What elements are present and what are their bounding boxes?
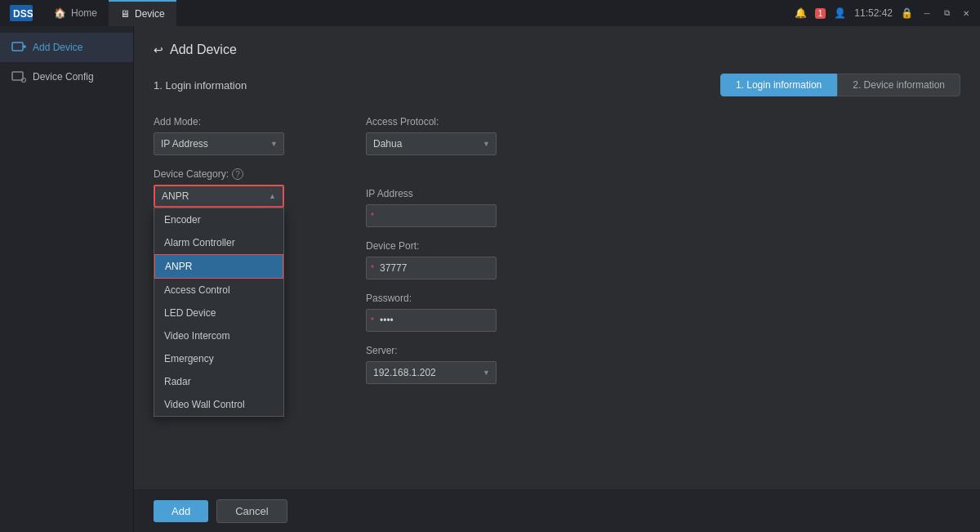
password-input[interactable]: [366, 309, 497, 332]
dropdown-item-emergency[interactable]: Emergency: [154, 347, 283, 370]
access-protocol-select-wrap: Dahua ONVIF RTSP: [366, 132, 497, 155]
sidebar-item-device-config[interactable]: Device Config: [0, 62, 133, 92]
add-mode-label: Add Mode:: [154, 116, 317, 127]
add-device-label: Add Device: [33, 42, 82, 53]
form-col-left: Add Mode: IP Address Auto Search Manual …: [154, 116, 317, 397]
server-label: Server:: [366, 345, 529, 356]
add-mode-select-wrap: IP Address Auto Search Manual: [154, 132, 284, 155]
ip-address-input-wrap: *: [366, 204, 529, 227]
dropdown-item-anpr[interactable]: ANPR: [154, 254, 283, 279]
titlebar-right: 🔔 1 👤 11:52:42 🔒 ─ ⧉ ✕: [795, 7, 980, 19]
section-title: 1. Login information: [154, 79, 247, 92]
minimize-button[interactable]: ─: [921, 7, 933, 19]
device-port-input[interactable]: [366, 257, 497, 279]
ip-address-input[interactable]: [366, 204, 497, 227]
svg-text:DSS: DSS: [13, 8, 33, 20]
nav-tab-home[interactable]: 🏠 Home: [42, 0, 109, 26]
step-tab-login[interactable]: 1. Login information: [720, 74, 837, 96]
speaker-icon: 🔔: [795, 7, 807, 19]
dropdown-item-led-device[interactable]: LED Device: [154, 302, 283, 324]
back-arrow-icon: ↩: [154, 43, 163, 56]
page-title: Add Device: [170, 42, 237, 57]
notification-badge: 1: [815, 8, 826, 19]
titlebar: DSS 🏠 Home 🖥 Device 🔔 1 👤 11:52:42 🔒 ─ ⧉…: [0, 0, 980, 26]
dropdown-item-alarm-controller[interactable]: Alarm Controller: [154, 231, 283, 254]
sidebar: Add Device Device Config: [0, 26, 134, 532]
server-group: Server: 192.168.1.202: [366, 345, 529, 384]
device-port-label: Device Port:: [366, 240, 529, 252]
add-device-icon: [11, 40, 26, 55]
step-bar: 1. Login information 1. Login informatio…: [154, 74, 960, 96]
step-tab-device-info[interactable]: 2. Device information: [837, 74, 960, 96]
ip-address-group: IP Address *: [366, 188, 529, 227]
device-category-select-box[interactable]: ANPR: [154, 185, 284, 208]
titlebar-left: DSS 🏠 Home 🖥 Device: [0, 0, 176, 26]
form-footer: Add Cancel: [134, 490, 980, 532]
port-required-marker: *: [371, 264, 374, 273]
device-tab-label: Device: [135, 8, 165, 20]
password-input-wrap: *: [366, 309, 529, 332]
step-tab-device-info-label: 2. Device information: [853, 79, 945, 91]
access-protocol-label: Access Protocol:: [366, 116, 529, 127]
home-tab-label: Home: [71, 7, 97, 19]
svg-rect-2: [12, 42, 23, 51]
content-area: ↩ Add Device 1. Login information 1. Log…: [134, 26, 980, 532]
add-button[interactable]: Add: [154, 500, 208, 522]
dropdown-item-access-control[interactable]: Access Control: [154, 279, 283, 302]
lock-icon: 🔒: [901, 7, 913, 19]
device-port-group: Device Port: *: [366, 240, 529, 279]
time-display: 11:52:42: [854, 7, 893, 19]
device-category-label: Device Category: ?: [154, 168, 317, 180]
device-config-label: Device Config: [33, 71, 94, 83]
server-select[interactable]: 192.168.1.202: [366, 361, 497, 384]
home-icon: 🏠: [54, 7, 66, 19]
nav-tab-device[interactable]: 🖥 Device: [109, 0, 176, 26]
ip-required-marker: *: [371, 212, 374, 221]
sidebar-item-add-device[interactable]: Add Device: [0, 33, 133, 62]
dropdown-item-video-intercom[interactable]: Video Intercom: [154, 324, 283, 347]
close-button[interactable]: ✕: [960, 7, 972, 19]
device-category-dropdown: Encoder Alarm Controller ANPR Access Con…: [154, 208, 284, 417]
dropdown-item-radar[interactable]: Radar: [154, 370, 283, 393]
password-label: Password:: [366, 293, 529, 304]
device-category-wrap: ANPR Encoder Alarm Controller ANPR: [154, 185, 317, 208]
device-icon: 🖥: [120, 8, 130, 20]
add-mode-select[interactable]: IP Address Auto Search Manual: [154, 132, 284, 155]
dropdown-item-video-wall[interactable]: Video Wall Control: [154, 393, 283, 416]
step-tab-login-label: 1. Login information: [736, 79, 822, 91]
device-port-input-wrap: *: [366, 257, 529, 279]
password-group: Password: *: [366, 293, 529, 332]
ip-address-label: IP Address: [366, 188, 529, 199]
access-protocol-select[interactable]: Dahua ONVIF RTSP: [366, 132, 497, 155]
device-config-icon: [11, 69, 26, 84]
restore-button[interactable]: ⧉: [941, 7, 952, 19]
form-section: Add Mode: IP Address Auto Search Manual …: [154, 116, 960, 397]
svg-rect-5: [12, 72, 23, 80]
dropdown-item-encoder[interactable]: Encoder: [154, 208, 283, 231]
server-select-wrap: 192.168.1.202: [366, 361, 497, 384]
user-icon: 👤: [834, 7, 846, 19]
password-required-marker: *: [371, 316, 374, 325]
device-category-value: ANPR: [162, 190, 189, 202]
form-col-mid: Access Protocol: Dahua ONVIF RTSP IP Add…: [366, 116, 529, 397]
help-icon: ?: [232, 168, 243, 180]
main-layout: Add Device Device Config ↩ Add Device 1.…: [0, 26, 980, 532]
step-tabs: 1. Login information 2. Device informati…: [720, 74, 960, 96]
device-category-group: Device Category: ? ANPR Encoder: [154, 168, 317, 208]
access-protocol-group: Access Protocol: Dahua ONVIF RTSP: [366, 116, 529, 155]
page-header[interactable]: ↩ Add Device: [154, 42, 960, 57]
cancel-button[interactable]: Cancel: [216, 499, 287, 523]
add-mode-group: Add Mode: IP Address Auto Search Manual: [154, 116, 317, 155]
logo: DSS: [0, 5, 42, 21]
